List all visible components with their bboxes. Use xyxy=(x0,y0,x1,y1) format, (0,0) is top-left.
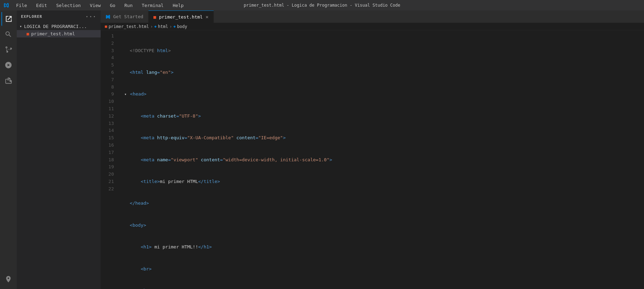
sidebar: EXPLORER ··· ▾ LOGICA DE PROGRAMACI... ■… xyxy=(17,10,101,289)
breadcrumb-sep-2: › xyxy=(169,24,172,29)
breadcrumb-file[interactable]: primer_test.html xyxy=(109,24,149,29)
vscode-tab-icon xyxy=(106,14,110,19)
tab-get-started[interactable]: Get Started xyxy=(101,10,149,23)
line-numbers: 1 2 3 4 5 6 7 8 9 10 11 12 13 14 15 16 1… xyxy=(101,32,119,289)
line-num-12: 12 xyxy=(101,113,114,120)
extensions-icon xyxy=(5,77,12,84)
tab-get-started-label: Get Started xyxy=(113,14,143,19)
breadcrumb-body[interactable]: body xyxy=(177,24,187,29)
line-num-10: 10 xyxy=(101,98,114,105)
sidebar-title: EXPLORER xyxy=(21,14,42,19)
line-num-21: 21 xyxy=(101,178,114,185)
line-num-14: 14 xyxy=(101,127,114,134)
remote-icon xyxy=(5,275,12,283)
code-line-8: </head> xyxy=(119,200,644,207)
line-num-15: 15 xyxy=(101,134,114,142)
menu-selection[interactable]: Selection xyxy=(54,2,83,9)
line-num-9: 9 xyxy=(101,91,114,98)
line-num-2: 2 xyxy=(101,40,114,47)
line-num-4: 4 xyxy=(101,54,114,62)
line-num-5: 5 xyxy=(101,62,114,69)
breadcrumb: ■ primer_test.html › ◆ html › ◆ body xyxy=(101,23,644,30)
sidebar-header: EXPLORER ··· xyxy=(17,10,101,23)
activity-explorer[interactable] xyxy=(1,12,15,26)
line-num-7: 7 xyxy=(101,76,114,84)
line-num-8: 8 xyxy=(101,84,114,91)
code-line-6: <meta name="viewport" content="width=dev… xyxy=(119,156,644,164)
tab-primer-test[interactable]: ■ primer_test.html ✕ xyxy=(149,10,214,23)
breadcrumb-html-icon: ◆ xyxy=(154,24,157,29)
explorer-icon xyxy=(5,15,13,23)
tab-close-button[interactable]: ✕ xyxy=(205,14,208,19)
folder-name: LOGICA DE PROGRAMACI... xyxy=(24,24,87,29)
search-icon xyxy=(5,30,12,38)
line-num-18: 18 xyxy=(101,156,114,164)
code-line-7: <title>mi primer HTML</title> xyxy=(119,178,644,185)
code-line-12: <br> xyxy=(119,287,644,289)
code-line-11: <br> xyxy=(119,266,644,273)
folder-chevron-icon: ▾ xyxy=(20,24,22,29)
activity-source-control[interactable] xyxy=(1,43,15,57)
line-num-20: 20 xyxy=(101,171,114,178)
breadcrumb-body-icon: ◆ xyxy=(173,24,176,29)
activity-run-debug[interactable] xyxy=(1,58,15,72)
vscode-logo-icon xyxy=(3,2,9,8)
line-num-19: 19 xyxy=(101,163,114,171)
window-title: primer_test.html - Logica de Programacio… xyxy=(244,3,400,8)
activity-bar xyxy=(0,10,17,289)
line-num-6: 6 xyxy=(101,69,114,76)
file-name: primer_test.html xyxy=(31,31,75,36)
main-layout: EXPLORER ··· ▾ LOGICA DE PROGRAMACI... ■… xyxy=(0,10,644,289)
line-num-11: 11 xyxy=(101,105,114,113)
activity-remote[interactable] xyxy=(1,272,15,286)
run-debug-icon xyxy=(5,61,12,69)
line-num-13: 13 xyxy=(101,120,114,127)
menu-view[interactable]: View xyxy=(88,2,103,9)
title-bar-left: File Edit Selection View Go Run Terminal… xyxy=(3,2,186,9)
line-num-22: 22 xyxy=(101,185,114,193)
menu-edit[interactable]: Edit xyxy=(34,2,49,9)
file-item-primer-test[interactable]: ■ primer_test.html xyxy=(17,30,101,37)
line-num-16: 16 xyxy=(101,142,114,149)
folder-item-logica[interactable]: ▾ LOGICA DE PROGRAMACI... xyxy=(17,23,101,30)
editor-area: Get Started ■ primer_test.html ✕ ■ prime… xyxy=(101,10,644,289)
menu-go[interactable]: Go xyxy=(108,2,117,9)
breadcrumb-sep-1: › xyxy=(150,24,153,29)
breadcrumb-file-icon: ■ xyxy=(105,24,107,29)
line-num-3: 3 xyxy=(101,47,114,55)
breadcrumb-html[interactable]: html xyxy=(158,24,168,29)
code-line-3: ▾ <head> xyxy=(119,91,644,98)
sidebar-more-button[interactable]: ··· xyxy=(85,13,96,20)
menu-file[interactable]: File xyxy=(14,2,29,9)
activity-extensions[interactable] xyxy=(1,73,15,87)
code-line-5: <meta http-equiv="X-UA-Compatible" conte… xyxy=(119,134,644,142)
code-line-9: <body> xyxy=(119,222,644,229)
menu-terminal[interactable]: Terminal xyxy=(140,2,166,9)
menu-help[interactable]: Help xyxy=(171,2,186,9)
activity-search[interactable] xyxy=(1,27,15,41)
code-line-2: <html lang="en"> xyxy=(119,69,644,76)
line-num-17: 17 xyxy=(101,149,114,156)
code-line-4: <meta charset="UTF-8"> xyxy=(119,113,644,120)
code-line-1: <!DOCTYPE html> xyxy=(119,47,644,55)
code-content[interactable]: <!DOCTYPE html> <html lang="en"> ▾ <head… xyxy=(119,32,644,289)
html-file-icon: ■ xyxy=(27,31,29,36)
html-tab-icon: ■ xyxy=(153,14,156,20)
code-line-10: <h1> mi primer HTML!!</h1> xyxy=(119,244,644,251)
source-control-icon xyxy=(5,46,12,54)
menu-run[interactable]: Run xyxy=(122,2,135,9)
tabs-bar: Get Started ■ primer_test.html ✕ xyxy=(101,10,644,23)
tab-primer-test-label: primer_test.html xyxy=(159,14,203,20)
title-bar: File Edit Selection View Go Run Terminal… xyxy=(0,0,644,10)
code-editor[interactable]: 1 2 3 4 5 6 7 8 9 10 11 12 13 14 15 16 1… xyxy=(101,30,644,289)
line-num-1: 1 xyxy=(101,33,114,40)
